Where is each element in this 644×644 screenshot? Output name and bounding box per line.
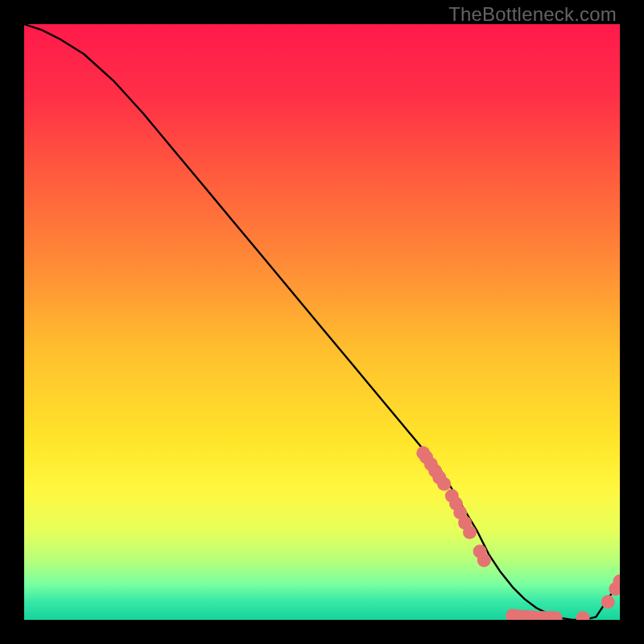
chart-stage: TheBottleneck.com	[0, 0, 644, 644]
bottleneck-curve	[24, 24, 620, 620]
data-marker	[477, 554, 491, 568]
data-marker	[601, 595, 615, 609]
watermark-text: TheBottleneck.com	[448, 3, 617, 26]
data-marker	[463, 526, 477, 539]
plot-area	[24, 24, 620, 620]
data-marker	[437, 477, 451, 491]
curve-layer	[24, 24, 620, 620]
data-marker	[576, 611, 590, 620]
